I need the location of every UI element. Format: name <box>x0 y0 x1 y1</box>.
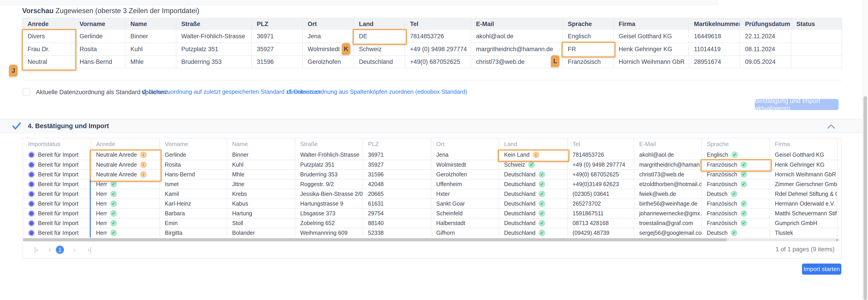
chevron-up-icon[interactable] <box>827 124 835 129</box>
scroll-right-arrow-icon[interactable] <box>836 239 838 241</box>
import-cell: Deutschland✓ <box>499 199 567 208</box>
import-cell: Gumprich GmbH <box>770 218 837 228</box>
column-highlight-line <box>90 180 91 238</box>
pager-last-page-button[interactable]: ›| <box>83 245 96 255</box>
preview-header-cell: Martikelnummer <box>688 18 740 30</box>
map-from-headers-link[interactable]: ↺ Datenzuordnung aus Spaltenköpfen zuord… <box>286 88 467 95</box>
import-cell: Deutschland✓ <box>499 209 567 218</box>
import-cell-text: Jttne <box>232 181 244 188</box>
check-icon: ✓ <box>539 200 545 207</box>
check-icon: ✓ <box>110 229 117 236</box>
import-cell: Neutrale Anredei <box>91 160 159 169</box>
preview-cell <box>791 56 842 68</box>
preview-cell: 28951674 <box>688 56 740 68</box>
import-status-text: Bereit für Import <box>38 191 79 197</box>
section-header-confirmation-import[interactable]: 4. Bestätigung und Import <box>0 119 863 133</box>
import-cell: 1591867511 <box>567 209 634 218</box>
import-cell: Deutschland✓ <box>499 170 567 179</box>
import-cell: Uffenheim <box>431 180 499 189</box>
start-import-button[interactable]: Import starten <box>802 264 841 275</box>
import-status-text: Bereit für Import <box>38 200 79 207</box>
import-status-cell: Bereit für Import <box>23 228 91 238</box>
import-cell: Matthi Scheuermann Stift… <box>770 209 837 218</box>
pager-next-page-button[interactable]: › <box>70 245 80 255</box>
import-cell: Karl-Heinz <box>159 199 227 208</box>
import-cell-text: Ismet <box>165 181 179 188</box>
import-cell-text: Kuhl <box>232 161 243 168</box>
import-grid-row: Bereit für ImportNeutrale AnredeiRositaK… <box>23 160 841 169</box>
preview-cell: Divers <box>23 30 74 43</box>
import-header-cell: Tel <box>567 138 634 150</box>
import-cell-text: Deutschland <box>504 171 535 178</box>
pager-first-page-button[interactable]: |‹ <box>29 245 43 255</box>
import-cell-text: Herr <box>96 210 107 217</box>
import-header-cell: Vorname <box>159 138 227 150</box>
import-cell: Stoll <box>227 218 295 228</box>
preview-table-row: NeutralHans-BerndMhleBruderring 35331596… <box>23 55 842 68</box>
import-cell-text: Wolmirstedt <box>436 161 466 168</box>
import-cell-spacer <box>837 218 847 228</box>
import-cell-text: Herr <box>96 229 107 236</box>
preview-cell: Schweiz <box>353 43 405 55</box>
check-icon: ✓ <box>539 191 545 197</box>
section-check-icon <box>12 122 21 130</box>
preview-cell: Walter-Fröhlich-Strasse <box>176 30 251 43</box>
import-cell-text: 36971 <box>368 152 384 158</box>
import-cell-text: Barbara <box>165 210 185 217</box>
import-status-dot-icon <box>28 200 35 207</box>
annotation-badge-l: L <box>551 55 559 67</box>
preview-cell: Kuhl <box>125 43 176 55</box>
import-header-cell: Straße <box>295 138 363 150</box>
check-icon: ✓ <box>110 191 117 197</box>
import-cell: Krebs <box>227 189 295 198</box>
import-cell-text: Kamil <box>165 191 179 197</box>
horizontal-scrollbar-thumb[interactable] <box>23 238 727 241</box>
preview-cell: DE <box>353 30 405 43</box>
vertical-scrollbar-thumb[interactable] <box>864 96 867 300</box>
import-cell-text: Deutschland <box>504 229 535 236</box>
import-cell-text: Französisch <box>707 200 737 207</box>
update-confirmation-button[interactable]: Bestätigung und Import aktualisieren <box>755 99 839 110</box>
divider <box>22 80 842 80</box>
import-cell-text: 31596 <box>368 171 384 178</box>
import-cell-spacer <box>837 170 847 179</box>
import-cell-text: Hartung <box>232 210 252 217</box>
pager-previous-page-button[interactable]: ‹ <box>45 245 55 255</box>
import-cell-text: (09429) 48739 <box>572 229 610 236</box>
preview-cell <box>791 43 842 55</box>
pager-current-page[interactable]: 1 <box>56 246 64 254</box>
import-cell: Bolander <box>227 228 295 238</box>
import-grid-row: Bereit für ImportHerr✓KamilKrebsJessika-… <box>23 189 841 198</box>
import-cell: (02305) 03641 <box>567 189 634 198</box>
import-header-cell-spacer <box>837 138 847 150</box>
preview-cell: Gerolzhofen <box>302 56 353 68</box>
import-cell: Herr✓ <box>91 209 159 218</box>
import-cell-text: Geisel Gotthard KG <box>775 152 824 158</box>
import-cell-text: Rosita <box>165 161 181 168</box>
annotation-badge-k: K <box>342 43 350 55</box>
save-mapping-checkbox[interactable] <box>23 88 30 96</box>
import-cell: Henk Gehringer KG <box>770 160 837 169</box>
import-cell: akohl@aol.de <box>634 150 702 160</box>
import-cell-text: Karl-Heinz <box>165 200 191 207</box>
import-cell: Neutrale Anredei <box>91 150 159 160</box>
import-cell-text: Herr <box>96 181 107 188</box>
preview-cell: Hans-Bernd <box>74 56 125 68</box>
import-cell-text: Gerlinde <box>165 152 186 158</box>
import-cell: Französisch✓ <box>702 209 770 218</box>
preview-cell: 7814853726 <box>405 30 471 43</box>
preview-cell: Hornich Weihmann GbR <box>613 56 688 68</box>
import-cell-text: Deutschland <box>504 210 535 217</box>
import-cell-text: Herr <box>96 191 107 197</box>
import-status-text: Bereit für Import <box>38 152 79 158</box>
import-cell: 36971 <box>363 150 431 160</box>
import-cell: Rosita <box>159 160 227 169</box>
check-icon: ✓ <box>110 181 117 188</box>
import-cell-text: Neutrale Anrede <box>96 161 137 168</box>
preview-cell: Jena <box>302 30 353 43</box>
import-header-cell: Importstatus <box>23 138 91 150</box>
preview-cell: +49(0) 687052625 <box>405 56 471 68</box>
info-icon: i <box>140 171 147 178</box>
preview-cell: Henk Gehringer KG <box>613 43 688 55</box>
import-cell-text: Deutsch <box>707 191 727 197</box>
